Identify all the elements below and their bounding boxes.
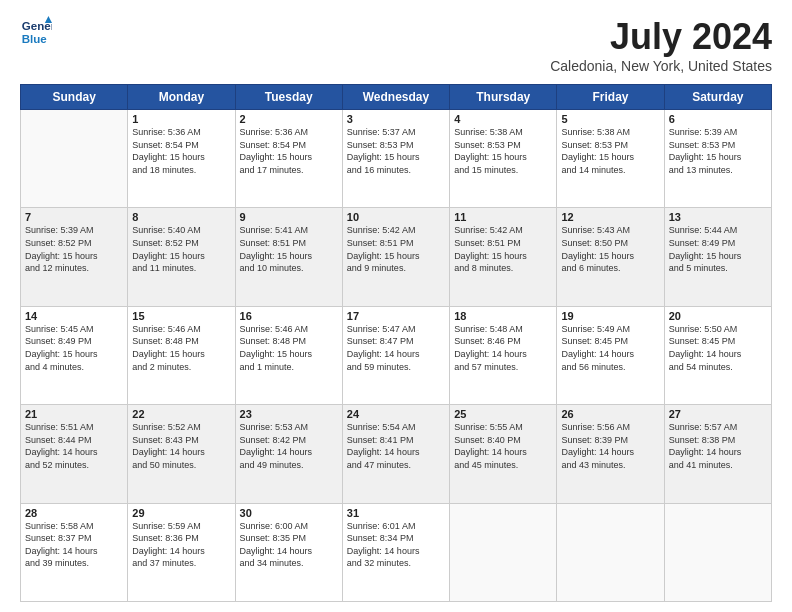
day-info: Sunrise: 5:45 AM Sunset: 8:49 PM Dayligh…: [25, 323, 123, 373]
header-monday: Monday: [128, 85, 235, 110]
day-number: 2: [240, 113, 338, 125]
table-row: 26Sunrise: 5:56 AM Sunset: 8:39 PM Dayli…: [557, 405, 664, 503]
table-row: 18Sunrise: 5:48 AM Sunset: 8:46 PM Dayli…: [450, 306, 557, 404]
day-number: 4: [454, 113, 552, 125]
table-row: [557, 503, 664, 601]
calendar-week-row: 1Sunrise: 5:36 AM Sunset: 8:54 PM Daylig…: [21, 110, 772, 208]
day-number: 21: [25, 408, 123, 420]
table-row: [450, 503, 557, 601]
table-row: 14Sunrise: 5:45 AM Sunset: 8:49 PM Dayli…: [21, 306, 128, 404]
logo: General Blue: [20, 16, 52, 48]
calendar-header-row: Sunday Monday Tuesday Wednesday Thursday…: [21, 85, 772, 110]
day-info: Sunrise: 5:53 AM Sunset: 8:42 PM Dayligh…: [240, 421, 338, 471]
day-info: Sunrise: 5:38 AM Sunset: 8:53 PM Dayligh…: [561, 126, 659, 176]
title-block: July 2024 Caledonia, New York, United St…: [550, 16, 772, 74]
day-info: Sunrise: 5:37 AM Sunset: 8:53 PM Dayligh…: [347, 126, 445, 176]
day-info: Sunrise: 5:58 AM Sunset: 8:37 PM Dayligh…: [25, 520, 123, 570]
day-number: 30: [240, 507, 338, 519]
day-info: Sunrise: 6:00 AM Sunset: 8:35 PM Dayligh…: [240, 520, 338, 570]
header-tuesday: Tuesday: [235, 85, 342, 110]
day-number: 26: [561, 408, 659, 420]
day-number: 14: [25, 310, 123, 322]
day-number: 23: [240, 408, 338, 420]
day-info: Sunrise: 5:40 AM Sunset: 8:52 PM Dayligh…: [132, 224, 230, 274]
day-info: Sunrise: 5:41 AM Sunset: 8:51 PM Dayligh…: [240, 224, 338, 274]
table-row: 23Sunrise: 5:53 AM Sunset: 8:42 PM Dayli…: [235, 405, 342, 503]
header-thursday: Thursday: [450, 85, 557, 110]
day-info: Sunrise: 5:36 AM Sunset: 8:54 PM Dayligh…: [240, 126, 338, 176]
table-row: 6Sunrise: 5:39 AM Sunset: 8:53 PM Daylig…: [664, 110, 771, 208]
table-row: 11Sunrise: 5:42 AM Sunset: 8:51 PM Dayli…: [450, 208, 557, 306]
day-number: 16: [240, 310, 338, 322]
day-info: Sunrise: 5:46 AM Sunset: 8:48 PM Dayligh…: [132, 323, 230, 373]
day-info: Sunrise: 5:48 AM Sunset: 8:46 PM Dayligh…: [454, 323, 552, 373]
table-row: 17Sunrise: 5:47 AM Sunset: 8:47 PM Dayli…: [342, 306, 449, 404]
table-row: 3Sunrise: 5:37 AM Sunset: 8:53 PM Daylig…: [342, 110, 449, 208]
day-number: 28: [25, 507, 123, 519]
table-row: 16Sunrise: 5:46 AM Sunset: 8:48 PM Dayli…: [235, 306, 342, 404]
table-row: 25Sunrise: 5:55 AM Sunset: 8:40 PM Dayli…: [450, 405, 557, 503]
day-info: Sunrise: 5:44 AM Sunset: 8:49 PM Dayligh…: [669, 224, 767, 274]
day-info: Sunrise: 5:39 AM Sunset: 8:53 PM Dayligh…: [669, 126, 767, 176]
header-saturday: Saturday: [664, 85, 771, 110]
day-number: 29: [132, 507, 230, 519]
table-row: 1Sunrise: 5:36 AM Sunset: 8:54 PM Daylig…: [128, 110, 235, 208]
day-number: 27: [669, 408, 767, 420]
day-info: Sunrise: 5:54 AM Sunset: 8:41 PM Dayligh…: [347, 421, 445, 471]
day-number: 5: [561, 113, 659, 125]
day-info: Sunrise: 6:01 AM Sunset: 8:34 PM Dayligh…: [347, 520, 445, 570]
day-info: Sunrise: 5:36 AM Sunset: 8:54 PM Dayligh…: [132, 126, 230, 176]
day-number: 22: [132, 408, 230, 420]
day-number: 20: [669, 310, 767, 322]
table-row: [664, 503, 771, 601]
table-row: 15Sunrise: 5:46 AM Sunset: 8:48 PM Dayli…: [128, 306, 235, 404]
calendar-week-row: 21Sunrise: 5:51 AM Sunset: 8:44 PM Dayli…: [21, 405, 772, 503]
header: General Blue July 2024 Caledonia, New Yo…: [20, 16, 772, 74]
svg-text:Blue: Blue: [22, 33, 48, 45]
table-row: 27Sunrise: 5:57 AM Sunset: 8:38 PM Dayli…: [664, 405, 771, 503]
table-row: 20Sunrise: 5:50 AM Sunset: 8:45 PM Dayli…: [664, 306, 771, 404]
day-number: 8: [132, 211, 230, 223]
table-row: 24Sunrise: 5:54 AM Sunset: 8:41 PM Dayli…: [342, 405, 449, 503]
calendar-table: Sunday Monday Tuesday Wednesday Thursday…: [20, 84, 772, 602]
subtitle: Caledonia, New York, United States: [550, 58, 772, 74]
page: General Blue July 2024 Caledonia, New Yo…: [0, 0, 792, 612]
day-number: 18: [454, 310, 552, 322]
day-info: Sunrise: 5:39 AM Sunset: 8:52 PM Dayligh…: [25, 224, 123, 274]
main-title: July 2024: [550, 16, 772, 58]
day-info: Sunrise: 5:42 AM Sunset: 8:51 PM Dayligh…: [347, 224, 445, 274]
table-row: 7Sunrise: 5:39 AM Sunset: 8:52 PM Daylig…: [21, 208, 128, 306]
day-number: 10: [347, 211, 445, 223]
day-info: Sunrise: 5:42 AM Sunset: 8:51 PM Dayligh…: [454, 224, 552, 274]
day-info: Sunrise: 5:59 AM Sunset: 8:36 PM Dayligh…: [132, 520, 230, 570]
table-row: 31Sunrise: 6:01 AM Sunset: 8:34 PM Dayli…: [342, 503, 449, 601]
table-row: 29Sunrise: 5:59 AM Sunset: 8:36 PM Dayli…: [128, 503, 235, 601]
table-row: 21Sunrise: 5:51 AM Sunset: 8:44 PM Dayli…: [21, 405, 128, 503]
day-number: 17: [347, 310, 445, 322]
header-sunday: Sunday: [21, 85, 128, 110]
day-info: Sunrise: 5:56 AM Sunset: 8:39 PM Dayligh…: [561, 421, 659, 471]
day-number: 7: [25, 211, 123, 223]
table-row: 22Sunrise: 5:52 AM Sunset: 8:43 PM Dayli…: [128, 405, 235, 503]
day-info: Sunrise: 5:46 AM Sunset: 8:48 PM Dayligh…: [240, 323, 338, 373]
day-number: 31: [347, 507, 445, 519]
table-row: 19Sunrise: 5:49 AM Sunset: 8:45 PM Dayli…: [557, 306, 664, 404]
calendar-week-row: 14Sunrise: 5:45 AM Sunset: 8:49 PM Dayli…: [21, 306, 772, 404]
day-number: 9: [240, 211, 338, 223]
day-info: Sunrise: 5:38 AM Sunset: 8:53 PM Dayligh…: [454, 126, 552, 176]
day-info: Sunrise: 5:43 AM Sunset: 8:50 PM Dayligh…: [561, 224, 659, 274]
day-number: 12: [561, 211, 659, 223]
day-info: Sunrise: 5:57 AM Sunset: 8:38 PM Dayligh…: [669, 421, 767, 471]
table-row: 2Sunrise: 5:36 AM Sunset: 8:54 PM Daylig…: [235, 110, 342, 208]
day-number: 24: [347, 408, 445, 420]
day-number: 19: [561, 310, 659, 322]
table-row: 13Sunrise: 5:44 AM Sunset: 8:49 PM Dayli…: [664, 208, 771, 306]
day-number: 11: [454, 211, 552, 223]
day-number: 6: [669, 113, 767, 125]
day-number: 3: [347, 113, 445, 125]
day-info: Sunrise: 5:52 AM Sunset: 8:43 PM Dayligh…: [132, 421, 230, 471]
calendar-week-row: 7Sunrise: 5:39 AM Sunset: 8:52 PM Daylig…: [21, 208, 772, 306]
table-row: 9Sunrise: 5:41 AM Sunset: 8:51 PM Daylig…: [235, 208, 342, 306]
table-row: 12Sunrise: 5:43 AM Sunset: 8:50 PM Dayli…: [557, 208, 664, 306]
calendar-week-row: 28Sunrise: 5:58 AM Sunset: 8:37 PM Dayli…: [21, 503, 772, 601]
